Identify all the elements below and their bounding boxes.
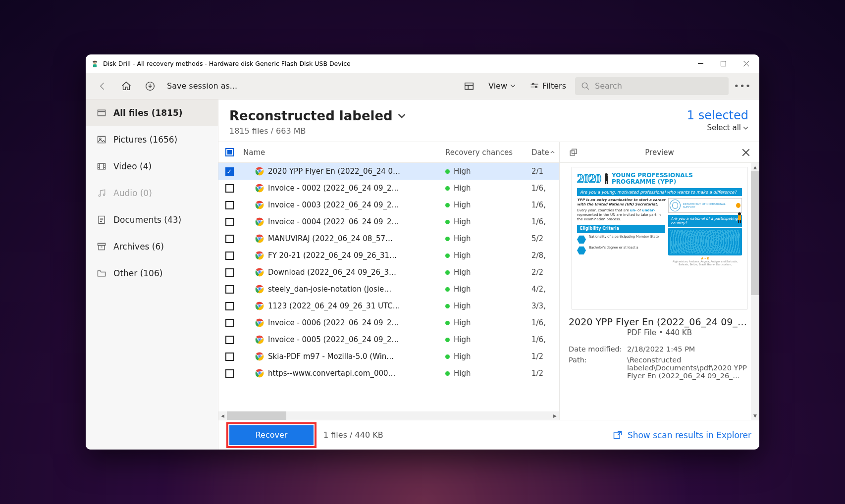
sidebar-item-archives[interactable]: Archives (6) <box>86 233 218 260</box>
scroll-right-arrow[interactable]: ▶ <box>551 411 559 420</box>
preview-vertical-scrollbar[interactable]: ▲ ▼ <box>751 163 759 420</box>
svg-rect-22 <box>98 136 106 143</box>
scroll-left-arrow[interactable]: ◀ <box>218 411 227 420</box>
table-row[interactable]: Invoice - 0005 (2022_06_24 09_2…High1/6, <box>218 331 559 348</box>
doc-year: 2020 <box>577 171 601 186</box>
chrome-pdf-icon <box>255 318 264 327</box>
window-title: Disk Drill - All recovery methods - Hard… <box>103 60 689 67</box>
status-dot-high <box>445 338 450 342</box>
sidebar-item-video[interactable]: Video (4) <box>86 153 218 180</box>
table-row[interactable]: Invoice - 0004 (2022_06_24 09_2…High1/6, <box>218 213 559 230</box>
column-date[interactable]: Date <box>531 148 559 157</box>
table-row[interactable]: FY 20-21 (2022_06_24 09_26_31…High2/8, <box>218 247 559 264</box>
row-date: 1/6, <box>531 318 559 327</box>
row-checkbox-cell[interactable] <box>218 184 240 193</box>
checkbox[interactable] <box>225 302 234 310</box>
row-checkbox-cell[interactable] <box>218 353 240 361</box>
download-icon-button[interactable] <box>140 76 160 96</box>
svg-point-3 <box>95 62 97 63</box>
sidebar-item-documents[interactable]: Documents (43) <box>86 206 218 233</box>
row-checkbox-cell[interactable] <box>218 319 240 327</box>
row-checkbox-cell[interactable] <box>218 235 240 243</box>
popout-button[interactable] <box>567 146 580 159</box>
svg-rect-93 <box>570 151 575 155</box>
row-checkbox-cell[interactable] <box>218 268 240 277</box>
row-filename: Invoice - 0004 (2022_06_24 09_2… <box>268 217 445 226</box>
table-row[interactable]: Invoice - 0002 (2022_06_24 09_2…High1/6, <box>218 180 559 197</box>
row-date: 2/2 <box>531 268 559 277</box>
minimize-button[interactable] <box>689 56 712 72</box>
scroll-up-arrow[interactable]: ▲ <box>751 163 759 171</box>
table-row[interactable]: ✓2020 YPP Flyer En (2022_06_24 0…High2/1 <box>218 163 559 180</box>
row-checkbox-cell[interactable] <box>218 252 240 260</box>
table-row[interactable]: steely_dan-josie-notation (Josie…High4/2… <box>218 281 559 298</box>
chrome-pdf-icon <box>255 217 264 226</box>
svg-rect-102 <box>738 220 739 223</box>
view-dropdown[interactable]: View <box>483 78 521 94</box>
window-icon <box>97 108 106 118</box>
checkbox[interactable] <box>225 369 234 378</box>
sidebar-item-other[interactable]: Other (106) <box>86 260 218 287</box>
row-checkbox-cell[interactable] <box>218 336 240 344</box>
sidebar: All files (1815) Pictures (1656) Video (… <box>86 100 218 450</box>
scroll-thumb[interactable] <box>751 171 759 295</box>
status-dot-high <box>445 169 450 174</box>
sidebar-item-all-files[interactable]: All files (1815) <box>86 100 218 126</box>
checkbox[interactable]: ✓ <box>225 167 234 176</box>
column-name[interactable]: Name <box>240 148 445 157</box>
sidebar-item-audio[interactable]: Audio (0) <box>86 180 218 206</box>
more-button[interactable]: ••• <box>733 81 752 91</box>
row-checkbox-cell[interactable] <box>218 285 240 294</box>
show-in-explorer-link[interactable]: Show scan results in Explorer <box>613 430 751 440</box>
horizontal-scrollbar[interactable]: ◀ ▶ <box>218 411 559 420</box>
checkbox[interactable] <box>225 252 234 260</box>
sidebar-item-pictures[interactable]: Pictures (1656) <box>86 126 218 153</box>
row-checkbox-cell[interactable] <box>218 218 240 226</box>
select-all-dropdown[interactable]: Select all <box>687 123 748 132</box>
table-row[interactable]: Download (2022_06_24 09_26_3…High2/2 <box>218 264 559 281</box>
table-row[interactable]: Invoice - 0003 (2022_06_24 09_2…High1/6, <box>218 197 559 213</box>
checkbox[interactable] <box>225 218 234 226</box>
table-row[interactable]: Skia-PDF m97 - Mozilla-5.0 (Win…High1/2 <box>218 348 559 365</box>
row-checkbox-cell[interactable] <box>218 201 240 209</box>
view-layout-icon[interactable] <box>459 78 479 95</box>
close-preview-button[interactable] <box>739 146 752 159</box>
checkbox[interactable] <box>225 319 234 327</box>
folder-title-dropdown[interactable]: Reconstructed labeled <box>229 108 406 123</box>
table-row[interactable]: Invoice - 0006 (2022_06_24 09_2…High1/6, <box>218 314 559 331</box>
status-dot-high <box>445 220 450 224</box>
table-row[interactable]: 1123 (2022_06_24 09_26_31 UTC…High3/3, <box>218 298 559 314</box>
save-session-button[interactable]: Save session as... <box>164 81 240 91</box>
recover-button[interactable]: Recover <box>229 425 314 445</box>
column-recovery[interactable]: Recovery chances <box>445 148 531 157</box>
row-checkbox-cell[interactable] <box>218 302 240 310</box>
checkbox[interactable] <box>225 201 234 209</box>
search-input[interactable] <box>595 81 723 91</box>
scroll-thumb[interactable] <box>227 411 286 420</box>
checkbox[interactable] <box>225 235 234 243</box>
filters-button[interactable]: Filters <box>525 78 571 94</box>
checkbox[interactable] <box>225 285 234 294</box>
row-recovery-chance: High <box>445 251 531 260</box>
chrome-pdf-icon <box>255 167 264 176</box>
svg-rect-20 <box>98 110 106 116</box>
maximize-button[interactable] <box>712 56 735 72</box>
table-row[interactable]: https--www.convertapi.com_000…High1/2 <box>218 365 559 382</box>
checkbox[interactable] <box>225 268 234 277</box>
row-checkbox-cell[interactable] <box>218 369 240 378</box>
checkbox[interactable] <box>225 336 234 344</box>
chrome-pdf-icon <box>255 234 264 243</box>
tristate-checkbox[interactable] <box>225 148 234 156</box>
row-date: 1/6, <box>531 335 559 344</box>
home-button[interactable] <box>116 76 136 96</box>
table-row[interactable]: MANUVIRAJ (2022_06_24 08_57…High5/2 <box>218 230 559 247</box>
checkbox[interactable] <box>225 353 234 361</box>
search-box[interactable] <box>575 77 729 95</box>
checkbox[interactable] <box>225 184 234 193</box>
back-button[interactable] <box>93 76 112 96</box>
header-checkbox-cell[interactable] <box>218 148 240 156</box>
row-checkbox-cell[interactable]: ✓ <box>218 167 240 176</box>
close-button[interactable] <box>735 56 757 72</box>
svg-rect-10 <box>465 83 474 89</box>
scroll-down-arrow[interactable]: ▼ <box>751 411 759 420</box>
